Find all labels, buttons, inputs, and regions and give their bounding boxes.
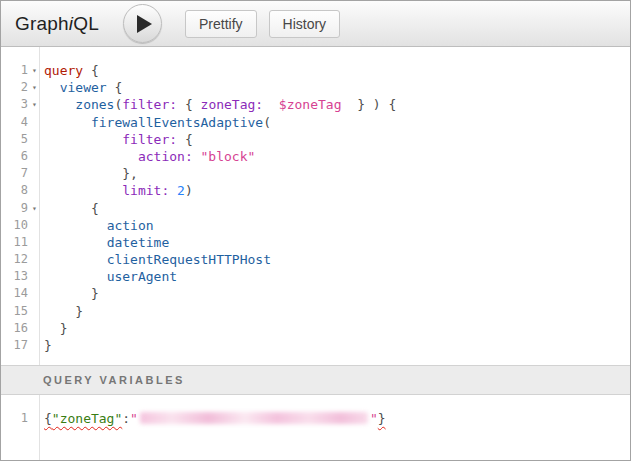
code-line: 1▾query { <box>1 62 630 79</box>
line-gutter: 17 <box>1 337 39 354</box>
token-string: " <box>130 411 138 426</box>
token-property: datetime <box>107 235 170 250</box>
code-line: 11 datetime <box>1 234 630 251</box>
token-punctuation: { <box>91 63 99 78</box>
code-line-text[interactable]: } <box>39 303 83 320</box>
line-gutter: 14 <box>1 285 39 302</box>
code-line-text[interactable]: clientRequestHTTPHost <box>39 251 271 268</box>
code-line: 13 userAgent <box>1 268 630 285</box>
prettify-button[interactable]: Prettify <box>185 10 257 38</box>
line-number: 17 <box>1 337 30 354</box>
code-line-text[interactable]: }, <box>39 165 138 182</box>
code-line: 12 clientRequestHTTPHost <box>1 251 630 268</box>
code-line-text[interactable]: } <box>39 285 99 302</box>
line-gutter: 12 <box>1 251 39 268</box>
line-gutter: 3▾ <box>1 96 39 113</box>
variables-code-lines: 1{"zoneTag":""} <box>1 410 630 427</box>
line-gutter: 10 <box>1 217 39 234</box>
code-line-text[interactable]: query { <box>39 62 99 79</box>
token-punctuation: }, <box>122 166 138 181</box>
code-line-text[interactable]: action: "block" <box>39 148 255 165</box>
token-plain <box>44 286 91 301</box>
code-line: 8 limit: 2) <box>1 182 630 199</box>
token-json_key: "zoneTag" <box>52 411 122 426</box>
token-keyword: query <box>44 63 83 78</box>
play-icon <box>137 15 152 33</box>
graphiql-window: GraphiQL Prettify History 1▾query {2▾ vi… <box>0 0 631 461</box>
token-plain <box>263 97 279 112</box>
query-variables-header[interactable]: QUERY VARIABLES <box>1 365 630 395</box>
app-title: GraphiQL <box>15 13 99 35</box>
token-punctuation: { <box>91 201 99 216</box>
code-line-text[interactable]: filter: { <box>39 131 193 148</box>
token-plain <box>44 183 122 198</box>
token-plain <box>44 252 107 267</box>
query-variables-label: QUERY VARIABLES <box>43 374 185 386</box>
token-punctuation: { <box>185 132 193 147</box>
token-punctuation: } <box>44 338 52 353</box>
gutter-divider <box>39 47 40 365</box>
variables-editor[interactable]: 1{"zoneTag":""} <box>1 395 630 460</box>
history-button[interactable]: History <box>269 10 341 38</box>
token-plain <box>177 132 185 147</box>
fold-arrow-icon[interactable]: ▾ <box>30 200 39 217</box>
line-gutter: 5 <box>1 131 39 148</box>
token-punctuation: ) <box>185 183 193 198</box>
code-line: 15 } <box>1 303 630 320</box>
code-line-text[interactable]: zones(filter: { zoneTag: $zoneTag } ) { <box>39 96 396 113</box>
fold-arrow-icon[interactable]: ▾ <box>30 62 39 79</box>
token-plain <box>44 166 122 181</box>
code-line-text[interactable]: { <box>39 200 99 217</box>
line-number: 7 <box>1 165 30 182</box>
line-gutter: 9▾ <box>1 200 39 217</box>
line-number: 11 <box>1 234 30 251</box>
code-line: 14 } <box>1 285 630 302</box>
token-punctuation: { <box>114 80 122 95</box>
code-line-text[interactable]: userAgent <box>39 268 177 285</box>
token-punctuation: ( <box>263 115 271 130</box>
code-line-text[interactable]: firewallEventsAdaptive( <box>39 114 271 131</box>
line-gutter: 8 <box>1 182 39 199</box>
token-plain <box>44 115 91 130</box>
fold-arrow-icon[interactable]: ▾ <box>30 79 39 96</box>
line-number: 15 <box>1 303 30 320</box>
line-gutter: 16 <box>1 320 39 337</box>
token-attribute: limit: <box>122 183 169 198</box>
code-line-text[interactable]: datetime <box>39 234 169 251</box>
line-gutter: 1 <box>1 410 39 427</box>
execute-query-button[interactable] <box>123 4 162 43</box>
token-property: firewallEventsAdaptive <box>91 115 263 130</box>
code-line: 3▾ zones(filter: { zoneTag: $zoneTag } )… <box>1 96 630 113</box>
line-number: 8 <box>1 182 30 199</box>
token-property: clientRequestHTTPHost <box>107 252 271 267</box>
query-editor[interactable]: 1▾query {2▾ viewer {3▾ zones(filter: { z… <box>1 47 630 365</box>
token-property: action <box>107 218 154 233</box>
token-plain <box>44 235 107 250</box>
token-punctuation: : <box>122 411 130 426</box>
code-line-text[interactable]: limit: 2) <box>39 182 193 199</box>
token-string: " <box>370 411 378 426</box>
token-redacted <box>140 412 368 424</box>
code-line-text[interactable]: {"zoneTag":""} <box>39 410 386 427</box>
code-line: 6 action: "block" <box>1 148 630 165</box>
code-line-text[interactable]: viewer { <box>39 79 122 96</box>
line-number: 3 <box>1 96 30 113</box>
code-line-text[interactable]: } <box>39 337 52 354</box>
token-punctuation: { <box>185 97 193 112</box>
line-gutter: 11 <box>1 234 39 251</box>
code-line: 17} <box>1 337 630 354</box>
token-property: viewer <box>60 80 107 95</box>
token-plain <box>177 97 185 112</box>
token-plain <box>169 183 177 198</box>
token-property: userAgent <box>107 269 177 284</box>
code-line-text[interactable]: action <box>39 217 154 234</box>
token-string: "block" <box>201 149 256 164</box>
line-gutter: 2▾ <box>1 79 39 96</box>
app-title-ql: QL <box>73 13 99 34</box>
line-gutter: 1▾ <box>1 62 39 79</box>
line-number: 4 <box>1 114 30 131</box>
code-line-text[interactable]: } <box>39 320 67 337</box>
fold-arrow-icon[interactable]: ▾ <box>30 96 39 113</box>
gutter-divider <box>39 395 40 460</box>
token-attribute: zoneTag: <box>201 97 264 112</box>
